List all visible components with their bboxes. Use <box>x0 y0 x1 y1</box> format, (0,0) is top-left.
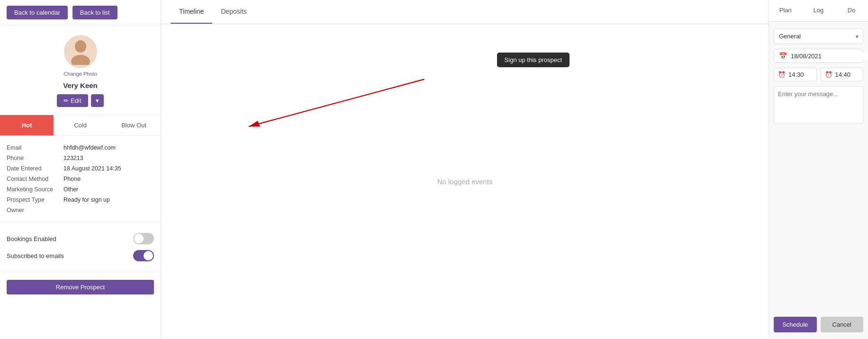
prospect-type-value: Ready for sign up <box>63 196 110 203</box>
back-to-list-button[interactable]: Back to list <box>72 6 118 19</box>
info-section: Email hhfdh@wfdewf.com Phone 123213 Date… <box>0 136 161 223</box>
no-events-text: No logged events <box>437 178 493 186</box>
message-textarea[interactable] <box>774 86 863 124</box>
right-tab-plan[interactable]: Plan <box>769 0 802 21</box>
sidebar-top-buttons: Back to calendar Back to list <box>0 0 161 26</box>
clock-end-icon: ⏰ <box>825 71 832 78</box>
email-label: Email <box>7 144 63 151</box>
svg-point-1 <box>71 55 90 65</box>
avatar-icon <box>71 39 90 65</box>
clock-start-icon: ⏰ <box>778 71 786 78</box>
date-input-wrapper: 📅 <box>774 49 863 63</box>
time-end-wrapper: ⏰ <box>821 68 864 81</box>
change-photo-link[interactable]: Change Photo <box>63 71 97 77</box>
svg-line-3 <box>249 79 424 126</box>
tab-timeline[interactable]: Timeline <box>171 0 212 24</box>
time-start-input[interactable] <box>788 71 813 78</box>
contact-method-row: Contact Method Phone <box>7 174 154 184</box>
email-row: Email hhfdh@wfdewf.com <box>7 143 154 153</box>
profile-name: Very Keen <box>63 81 98 89</box>
dropdown-button[interactable]: ▾ <box>91 94 104 107</box>
action-buttons: Schedule Cancel <box>769 310 868 339</box>
general-select[interactable]: General Call Meeting Email <box>774 28 863 44</box>
date-entered-label: Date Entered <box>7 165 63 172</box>
right-panel-body: General Call Meeting Email ▾ 📅 ⏰ ⏰ <box>769 22 868 310</box>
toggle-section: Bookings Enabled Subscribed to emails <box>0 223 161 272</box>
phone-row: Phone 123213 <box>7 153 154 163</box>
bookings-label: Bookings Enabled <box>7 235 56 242</box>
right-top-tabs: Plan Log Do <box>769 0 868 22</box>
general-select-wrapper: General Call Meeting Email ▾ <box>774 28 863 44</box>
sidebar: Back to calendar Back to list Change Pho… <box>0 0 161 339</box>
status-tab-hot[interactable]: Hot <box>0 115 54 135</box>
prospect-type-row: Prospect Type Ready for sign up <box>7 195 154 205</box>
main-content: Timeline Deposits Sign up this prospect … <box>161 0 769 339</box>
time-end-input[interactable] <box>835 71 859 78</box>
time-row: ⏰ ⏰ <box>774 68 863 81</box>
marketing-source-row: Marketing Source Other <box>7 184 154 195</box>
profile-section: Change Photo Very Keen ✏ Edit ▾ <box>0 26 161 115</box>
back-to-calendar-button[interactable]: Back to calendar <box>7 6 68 19</box>
time-start-wrapper: ⏰ <box>774 68 817 81</box>
calendar-icon: 📅 <box>779 52 787 60</box>
status-tab-cold[interactable]: Cold <box>54 115 107 135</box>
contact-method-label: Contact Method <box>7 176 63 182</box>
bookings-toggle[interactable] <box>133 233 154 244</box>
remove-prospect-button[interactable]: Remove Prospect <box>7 280 154 294</box>
marketing-source-value: Other <box>63 186 78 193</box>
prospect-type-label: Prospect Type <box>7 196 63 203</box>
phone-value: 123213 <box>63 155 83 161</box>
subscribed-toggle[interactable] <box>133 250 154 261</box>
cancel-button[interactable]: Cancel <box>821 317 864 332</box>
date-entered-row: Date Entered 18 August 2021 14:35 <box>7 163 154 174</box>
tabs-bar: Timeline Deposits <box>161 0 769 24</box>
contact-method-value: Phone <box>63 176 81 182</box>
right-tab-do[interactable]: Do <box>835 0 868 21</box>
right-tab-log[interactable]: Log <box>802 0 835 21</box>
schedule-button[interactable]: Schedule <box>774 317 817 332</box>
timeline-area: Sign up this prospect No logged events <box>161 24 769 339</box>
marketing-source-label: Marketing Source <box>7 186 63 193</box>
svg-point-0 <box>75 40 86 53</box>
sign-up-tooltip[interactable]: Sign up this prospect <box>497 53 570 67</box>
avatar <box>64 35 97 68</box>
subscribed-toggle-row: Subscribed to emails <box>7 247 154 264</box>
email-value: hhfdh@wfdewf.com <box>63 144 116 151</box>
edit-button[interactable]: ✏ Edit <box>57 94 88 107</box>
status-tab-blowout[interactable]: Blow Out <box>107 115 161 135</box>
phone-label: Phone <box>7 155 63 161</box>
subscribed-label: Subscribed to emails <box>7 252 64 259</box>
date-entered-value: 18 August 2021 14:35 <box>63 165 121 172</box>
bookings-toggle-row: Bookings Enabled <box>7 230 154 247</box>
profile-actions: ✏ Edit ▾ <box>57 94 103 107</box>
tab-deposits[interactable]: Deposits <box>212 0 255 24</box>
date-input[interactable] <box>791 53 868 60</box>
right-panel: Plan Log Do General Call Meeting Email ▾… <box>769 0 868 339</box>
owner-label: Owner <box>7 207 63 214</box>
owner-row: Owner <box>7 205 154 215</box>
status-tabs: Hot Cold Blow Out <box>0 115 161 136</box>
